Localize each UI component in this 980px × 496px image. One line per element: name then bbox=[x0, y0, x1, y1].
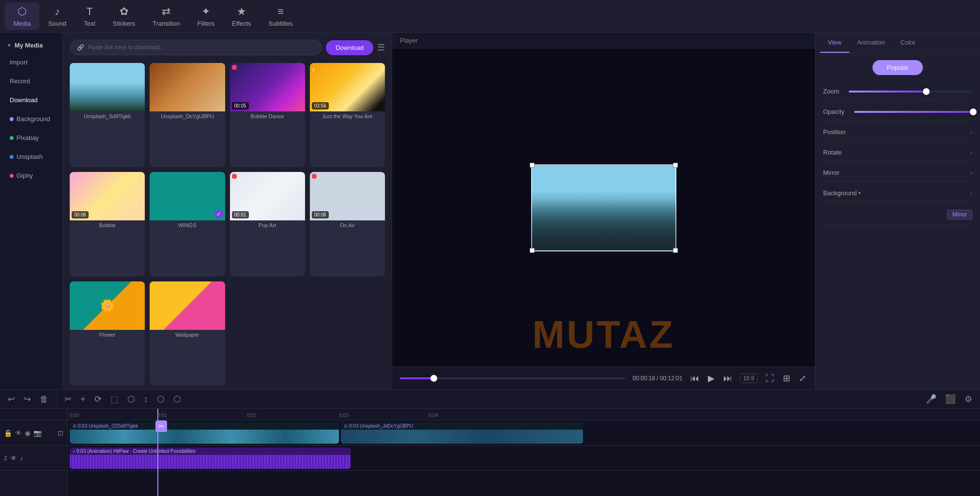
nav-text-label: Text bbox=[84, 20, 95, 27]
player-timeline-bar[interactable] bbox=[400, 377, 626, 379]
background-prop-label: Background • bbox=[823, 189, 861, 197]
play-forward-button[interactable]: ⏭ bbox=[722, 372, 733, 385]
nav-stickers[interactable]: ✿ Stickers bbox=[104, 2, 144, 30]
corner-handle-tr[interactable] bbox=[673, 163, 678, 168]
sidebar-item-record[interactable]: Record bbox=[3, 73, 60, 90]
audio-track-row: ♪ 0:03 (Animation) HitPaw - Create Unlim… bbox=[68, 446, 980, 471]
red-badge-8 bbox=[312, 174, 317, 179]
nav-effects-label: Effects bbox=[232, 20, 251, 27]
nav-stickers-label: Stickers bbox=[113, 20, 135, 27]
track-eye-icon[interactable]: 👁 bbox=[15, 429, 22, 437]
media-thumb-5: 00:06 bbox=[70, 172, 145, 220]
tab-animation[interactable]: Animation bbox=[849, 33, 893, 53]
media-card-2[interactable]: Unsplash_DcYgUBPU bbox=[150, 63, 225, 167]
search-bar-row: 🔗 Paste link here to download... Downloa… bbox=[63, 33, 392, 59]
search-bar[interactable]: 🔗 Paste link here to download... bbox=[70, 40, 322, 55]
sidebar-item-download[interactable]: Download bbox=[3, 92, 60, 108]
tab-color[interactable]: Color bbox=[893, 33, 923, 53]
video-track-row: ⊙ 0:03 Unsplash_O2Sd9Tigkk ⊙ 0:03 Unspla… bbox=[68, 420, 980, 446]
video-clip-2[interactable]: ⊙ 0:03 Unsplash_JdDcYgUBPU bbox=[341, 422, 583, 444]
play-back-button[interactable]: ⏮ bbox=[689, 372, 700, 385]
playhead-handle[interactable]: ✂ bbox=[155, 420, 167, 432]
prop-rotate: Rotate › bbox=[823, 144, 972, 161]
media-label-4: Just the Way You Are bbox=[310, 111, 385, 121]
media-card-1[interactable]: Unsplash_Sd9Tigkk bbox=[70, 63, 145, 167]
sidebar-item-import[interactable]: Import bbox=[3, 54, 60, 71]
rotate-clip-button[interactable]: ⟳ bbox=[93, 393, 103, 405]
opacity-slider[interactable] bbox=[854, 111, 972, 113]
media-card-10[interactable]: Wallpaper bbox=[150, 281, 225, 386]
track-lock-icon[interactable]: 🔒 bbox=[4, 429, 12, 437]
prop-opacity: Opacity bbox=[823, 103, 972, 121]
sidebar-item-unsplash[interactable]: Unsplash bbox=[3, 148, 60, 165]
zoom-slider[interactable] bbox=[849, 91, 972, 93]
sidebar-item-pixabay[interactable]: Pixabay bbox=[3, 129, 60, 146]
crop-button[interactable]: ⬚ bbox=[109, 393, 120, 405]
add-button[interactable]: + bbox=[79, 393, 87, 405]
download-button[interactable]: Download bbox=[326, 40, 373, 55]
split-view-icon[interactable]: ⬛ bbox=[944, 393, 957, 405]
top-navigation: ⬡ Media ♪ Sound T Text ✿ Stickers ⇄ Tran… bbox=[0, 0, 980, 33]
search-link-icon: 🔗 bbox=[77, 44, 84, 51]
video-clip-2-header: ⊙ 0:03 Unsplash_JdDcYgUBPU bbox=[341, 422, 583, 430]
audio-eye-icon[interactable]: 👁 bbox=[10, 454, 17, 462]
media-card-8[interactable]: 00:06 On Air bbox=[310, 172, 385, 276]
track-visible-icon[interactable]: ◉ bbox=[25, 429, 31, 437]
track-action-1[interactable]: ⊡ bbox=[58, 429, 63, 437]
sound-icon: ♪ bbox=[55, 5, 60, 18]
freeze-button[interactable]: ⬡ bbox=[126, 393, 136, 405]
opacity-thumb[interactable] bbox=[970, 108, 977, 115]
sidebar-item-background[interactable]: Background bbox=[3, 110, 60, 127]
nav-subtitles[interactable]: ≡ Subtitles bbox=[260, 2, 302, 30]
transition-icon: ⇄ bbox=[162, 5, 170, 18]
video-clip-1[interactable]: ⊙ 0:03 Unsplash_O2Sd9Tigkk bbox=[70, 422, 339, 444]
corner-handle-bl[interactable] bbox=[530, 248, 535, 253]
cut-button[interactable]: ✂ bbox=[63, 393, 73, 405]
media-card-5[interactable]: 00:06 Bubble bbox=[70, 172, 145, 276]
undo-button[interactable]: ↩ bbox=[7, 393, 16, 405]
play-button[interactable]: ▶ bbox=[707, 372, 716, 385]
media-card-9[interactable]: 🌼 Flower bbox=[70, 281, 145, 386]
video-clip-1-label: ⊙ 0:03 Unsplash_O2Sd9Tigkk bbox=[73, 423, 138, 429]
unsplash-label: Unsplash bbox=[16, 153, 43, 160]
grid-icon[interactable]: ⊞ bbox=[782, 372, 791, 385]
media-label-9: Flower bbox=[70, 330, 145, 340]
media-card-7[interactable]: 00:01 Pop Art bbox=[230, 172, 305, 276]
subtitles-icon: ≡ bbox=[277, 5, 284, 18]
expand-icon[interactable]: ⤢ bbox=[798, 372, 807, 385]
media-icon: ⬡ bbox=[17, 5, 27, 18]
media-card-4[interactable]: ♪ 03:56 Just the Way You Are bbox=[310, 63, 385, 167]
section-arrow: ▼ bbox=[7, 43, 12, 48]
popular-button[interactable]: Popular bbox=[873, 60, 923, 75]
media-card-6[interactable]: ✓ WINGS bbox=[150, 172, 225, 276]
aspect-ratio-badge: 16:9 bbox=[740, 373, 758, 383]
nav-filters[interactable]: ✦ Filters bbox=[189, 2, 223, 30]
timeline-thumb[interactable] bbox=[430, 375, 437, 382]
audio-clip-1[interactable]: ♪ 0:03 (Animation) HitPaw - Create Unlim… bbox=[70, 448, 351, 469]
nav-effects[interactable]: ★ Effects bbox=[223, 2, 260, 30]
tab-view[interactable]: View bbox=[820, 33, 849, 53]
speed-button[interactable]: ↕ bbox=[143, 393, 149, 405]
sidebar-item-giphy[interactable]: Giphy bbox=[3, 167, 60, 184]
record-label: Record bbox=[10, 78, 30, 85]
delete-button[interactable]: 🗑 bbox=[39, 393, 49, 405]
time-badge-5: 00:06 bbox=[72, 211, 89, 218]
red-badge-7 bbox=[232, 174, 237, 179]
corner-handle-br[interactable] bbox=[673, 248, 678, 253]
corner-handle-tl[interactable] bbox=[530, 163, 535, 168]
settings-icon[interactable]: ⚙ bbox=[964, 393, 973, 405]
nav-text[interactable]: T Text bbox=[75, 2, 104, 30]
nav-media[interactable]: ⬡ Media bbox=[5, 2, 39, 30]
media-card-3[interactable]: 00:05 Bubble Dance bbox=[230, 63, 305, 167]
nav-sound[interactable]: ♪ Sound bbox=[39, 2, 75, 30]
nav-transition[interactable]: ⇄ Transition bbox=[144, 2, 189, 30]
stickers-icon: ✿ bbox=[120, 5, 128, 18]
audio-button[interactable]: ⬡ bbox=[172, 393, 182, 405]
mic-icon[interactable]: 🎤 bbox=[925, 393, 937, 405]
redo-button[interactable]: ↪ bbox=[23, 393, 32, 405]
stabilize-button[interactable]: ⬡ bbox=[156, 393, 166, 405]
my-media-section[interactable]: ▼ My Media bbox=[0, 38, 62, 53]
zoom-thumb[interactable] bbox=[923, 88, 930, 95]
list-view-icon[interactable]: ☰ bbox=[377, 42, 385, 53]
fullscreen-icon[interactable]: ⛶ bbox=[765, 372, 775, 385]
